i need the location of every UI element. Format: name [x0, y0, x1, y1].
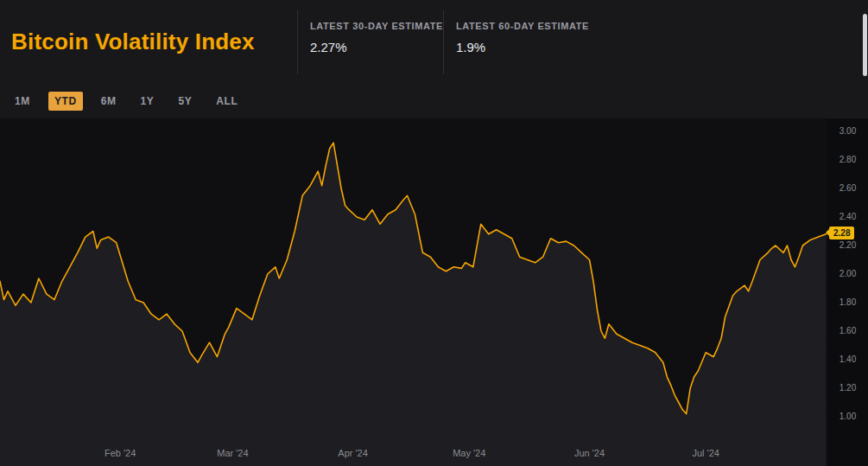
last-value-badge: 2.28	[829, 227, 854, 239]
title-wrap: Bitcoin Volatility Index	[0, 0, 297, 84]
y-tick-label: 1.60	[827, 326, 868, 335]
y-tick-label: 2.80	[827, 155, 868, 164]
y-tick-label: 1.40	[827, 354, 868, 364]
volatility-area	[0, 143, 826, 466]
y-axis: 2.28 3.002.802.602.402.202.001.801.601.4…	[827, 118, 868, 466]
stat-card-60day: LATEST 60-DAY ESTIMATE 1.9%	[444, 0, 589, 84]
y-tick-label: 2.20	[827, 240, 868, 250]
y-tick-label: 2.00	[827, 269, 868, 278]
range-button-all[interactable]: ALL	[210, 92, 244, 111]
stat-label: LATEST 60-DAY ESTIMATE	[456, 21, 589, 31]
stat-value: 1.9%	[456, 40, 589, 54]
page-root: { "header": { "title": "Bitcoin Volatili…	[0, 0, 868, 466]
stat-label: LATEST 30-DAY ESTIMATE	[310, 21, 443, 31]
scrollbar-thumb[interactable]	[863, 14, 867, 76]
range-button-ytd[interactable]: YTD	[48, 92, 83, 111]
range-button-1m[interactable]: 1M	[9, 92, 36, 111]
stat-card-30day: LATEST 30-DAY ESTIMATE 2.27%	[298, 0, 443, 84]
stat-value: 2.27%	[310, 40, 443, 54]
page-title: Bitcoin Volatility Index	[11, 29, 255, 55]
y-tick-label: 1.80	[827, 297, 868, 307]
y-tick-label: 2.40	[827, 212, 868, 221]
header: Bitcoin Volatility Index LATEST 30-DAY E…	[0, 0, 868, 84]
chart-area[interactable]: Feb '24Mar '24Apr '24May '24Jun '24Jul '…	[0, 118, 868, 466]
y-tick-label: 1.20	[827, 383, 868, 393]
range-button-5y[interactable]: 5Y	[172, 92, 198, 111]
volatility-chart-svg	[0, 118, 827, 466]
y-tick-label: 3.00	[827, 126, 868, 136]
range-button-1y[interactable]: 1Y	[135, 92, 161, 111]
y-tick-label: 2.60	[827, 183, 868, 193]
range-button-6m[interactable]: 6M	[95, 92, 123, 111]
y-tick-label: 1.00	[827, 412, 868, 421]
range-selector: 1M YTD 6M 1Y 5Y ALL	[0, 84, 868, 118]
